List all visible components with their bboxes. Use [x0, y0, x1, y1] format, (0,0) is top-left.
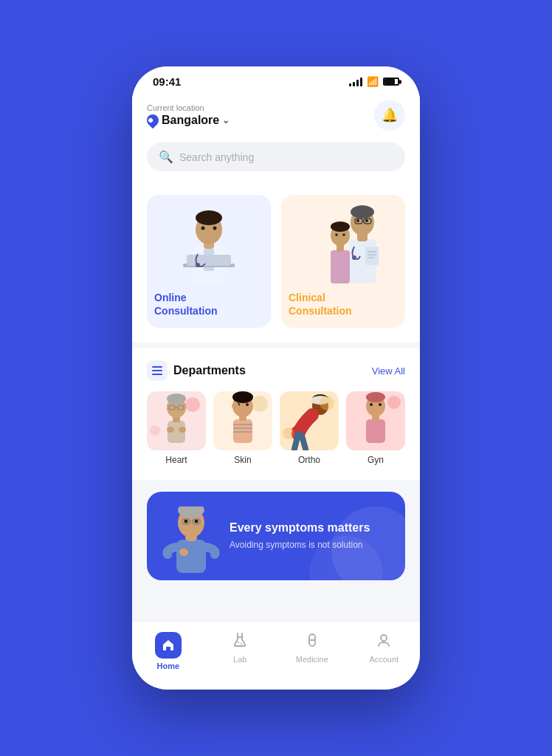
svg-point-6: [196, 210, 222, 225]
search-placeholder: Search anything: [179, 151, 254, 163]
gyn-dept-image: [346, 391, 405, 450]
status-bar: 09:41 📶: [132, 66, 420, 94]
svg-rect-23: [365, 247, 379, 265]
medicine-icon: [304, 632, 320, 652]
svg-rect-10: [187, 255, 231, 266]
departments-title: Departments: [173, 364, 246, 377]
banner-section: Every symptoms matters Avoiding symptoms…: [132, 480, 420, 595]
clinical-consultation-card[interactable]: ClinicalConsultation: [281, 195, 405, 328]
svg-point-7: [201, 227, 205, 230]
svg-point-82: [238, 642, 239, 643]
search-section: 🔍 Search anything: [132, 142, 420, 183]
main-content: Current location Bangalore ⌄ 🔔 🔍 Search …: [132, 94, 420, 621]
svg-line-61: [302, 436, 306, 449]
svg-point-22: [352, 255, 356, 260]
account-label: Account: [369, 655, 399, 664]
svg-point-16: [351, 205, 374, 219]
svg-rect-33: [152, 366, 162, 368]
search-icon: 🔍: [159, 150, 173, 164]
heart-dept-image: [147, 391, 206, 450]
svg-point-68: [366, 392, 385, 402]
lab-svg: [232, 632, 248, 648]
svg-rect-65: [366, 419, 385, 443]
location-pin-icon: [145, 112, 162, 129]
online-doctor-svg: [161, 199, 257, 284]
notifications-button[interactable]: 🔔: [374, 100, 405, 131]
section-title-wrap: Departments: [147, 360, 246, 381]
ortho-dept-image: [280, 391, 339, 450]
skin-dept-label: Skin: [213, 455, 272, 465]
chevron-down-icon: ⌄: [222, 115, 230, 126]
svg-rect-27: [331, 250, 350, 284]
signal-icon: [349, 78, 362, 86]
nav-home-button[interactable]: Home: [132, 628, 204, 675]
department-card-gyn[interactable]: Gyn: [346, 391, 405, 465]
banner-figure: [162, 506, 221, 566]
svg-rect-34: [152, 370, 162, 371]
svg-point-32: [342, 233, 345, 236]
svg-point-8: [213, 227, 217, 230]
svg-point-69: [370, 403, 373, 406]
home-svg: [162, 639, 175, 652]
department-card-skin[interactable]: Skin: [213, 391, 272, 465]
account-icon: [376, 632, 392, 652]
svg-point-80: [179, 549, 188, 556]
battery-icon: [383, 78, 399, 86]
banner-subtitle: Avoiding symptoms is not solution: [230, 539, 390, 551]
status-time: 09:41: [153, 75, 181, 88]
search-bar[interactable]: 🔍 Search anything: [147, 142, 405, 171]
gyn-dept-label: Gyn: [346, 455, 405, 465]
clinical-doctor-svg: [295, 199, 391, 284]
home-icon: [155, 632, 182, 659]
view-all-button[interactable]: View All: [372, 365, 405, 377]
svg-point-44: [167, 427, 174, 433]
phone-frame: 09:41 📶 Current location Bangalore: [132, 66, 420, 690]
clinical-consultation-title: ClinicalConsultation: [281, 284, 405, 325]
nav-account-button[interactable]: Account: [348, 628, 421, 675]
svg-point-17: [356, 219, 359, 222]
svg-rect-47: [233, 419, 252, 443]
svg-point-53: [232, 403, 239, 409]
account-svg: [376, 632, 392, 648]
location-section[interactable]: Current location Bangalore ⌄: [147, 103, 230, 127]
lab-label: Lab: [233, 655, 246, 664]
location-name[interactable]: Bangalore ⌄: [147, 114, 230, 127]
svg-rect-71: [176, 540, 206, 573]
wifi-icon: 📶: [367, 76, 379, 87]
bell-icon: 🔔: [382, 107, 398, 123]
medicine-svg: [304, 632, 320, 648]
svg-point-30: [331, 221, 350, 232]
symptom-banner[interactable]: Every symptoms matters Avoiding symptoms…: [147, 492, 405, 580]
medicine-label: Medicine: [296, 655, 328, 664]
svg-point-52: [246, 403, 249, 406]
banner-text: Every symptoms matters Avoiding symptoms…: [230, 521, 390, 551]
skin-dept-image: [213, 391, 272, 450]
clinical-consultation-image: [281, 195, 405, 284]
nav-medicine-button[interactable]: Medicine: [276, 628, 348, 675]
departments-header: Departments View All: [147, 360, 405, 381]
online-consultation-image: [147, 195, 271, 284]
home-label: Home: [156, 662, 179, 670]
heart-dept-label: Heart: [147, 455, 206, 465]
lab-icon: [232, 632, 248, 652]
banner-person-svg: [162, 506, 221, 573]
svg-point-40: [167, 394, 186, 404]
svg-rect-35: [152, 374, 162, 375]
department-card-ortho[interactable]: Ortho: [280, 391, 339, 465]
department-cards: Heart: [147, 391, 405, 465]
svg-point-50: [232, 391, 253, 403]
nav-lab-button[interactable]: Lab: [204, 628, 277, 675]
svg-point-75: [184, 520, 188, 523]
department-card-heart[interactable]: Heart: [147, 391, 206, 465]
ortho-dept-label: Ortho: [280, 455, 339, 465]
city-name: Bangalore: [162, 114, 219, 127]
banner-title: Every symptoms matters: [230, 521, 390, 535]
svg-point-76: [195, 520, 199, 523]
online-consultation-card[interactable]: OnlineConsultation: [147, 195, 271, 328]
svg-point-83: [241, 643, 242, 645]
svg-point-86: [381, 635, 387, 641]
svg-point-31: [335, 233, 338, 236]
location-label: Current location: [147, 103, 230, 112]
departments-icon: [147, 360, 168, 381]
bottom-navigation: Home Lab Medicine: [132, 621, 420, 690]
